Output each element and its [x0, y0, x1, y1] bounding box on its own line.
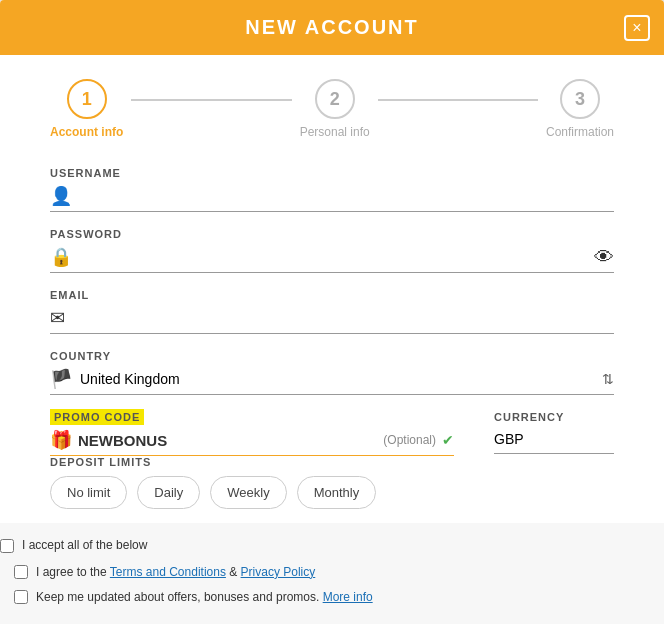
- updates-text: Keep me updated about offers, bonuses an…: [36, 589, 373, 606]
- terms-checkbox[interactable]: [14, 565, 28, 579]
- username-label: USERNAME: [50, 167, 614, 179]
- more-info-link[interactable]: More info: [323, 590, 373, 604]
- lock-icon: 🔒: [50, 246, 72, 268]
- terms-checkbox-row: I agree to the Terms and Conditions & Pr…: [0, 564, 664, 581]
- promo-label: PROMO CODE: [50, 411, 454, 423]
- promo-input-wrapper: 🎁 (Optional) ✔: [50, 429, 454, 456]
- flag-icon: 🏴: [50, 368, 72, 390]
- checkbox-section: I accept all of the below I agree to the…: [0, 523, 664, 624]
- promo-optional-text: (Optional): [383, 433, 436, 447]
- username-input[interactable]: [80, 186, 614, 206]
- accept-all-label: I accept all of the below: [22, 537, 147, 554]
- gift-icon: 🎁: [50, 429, 72, 451]
- weekly-button[interactable]: Weekly: [210, 476, 286, 509]
- updates-checkbox-row: Keep me updated about offers, bonuses an…: [0, 589, 664, 606]
- select-arrows-icon: ⇅: [602, 371, 614, 387]
- modal-header: NEW ACCOUNT ×: [0, 0, 664, 55]
- step-3-label: Confirmation: [546, 125, 614, 139]
- accept-all-checkbox[interactable]: [0, 539, 14, 553]
- currency-label: CURRENCY: [494, 411, 614, 423]
- step-1: 1 Account info: [50, 79, 123, 139]
- stepper: 1 Account info 2 Personal info 3 Confirm…: [50, 79, 614, 139]
- monthly-button[interactable]: Monthly: [297, 476, 377, 509]
- promo-col: PROMO CODE 🎁 (Optional) ✔: [50, 411, 454, 456]
- email-label: EMAIL: [50, 289, 614, 301]
- step-2-circle: 2: [315, 79, 355, 119]
- username-field-group: USERNAME 👤: [50, 167, 614, 212]
- main-checkbox-row: I accept all of the below: [0, 537, 664, 554]
- step-3: 3 Confirmation: [546, 79, 614, 139]
- email-input-wrapper: ✉: [50, 307, 614, 334]
- close-button[interactable]: ×: [624, 15, 650, 41]
- currency-col: CURRENCY: [494, 411, 614, 456]
- promo-currency-row: PROMO CODE 🎁 (Optional) ✔ CURRENCY: [50, 411, 614, 456]
- privacy-link[interactable]: Privacy Policy: [241, 565, 316, 579]
- step-1-label: Account info: [50, 125, 123, 139]
- country-label: COUNTRY: [50, 350, 614, 362]
- no-limit-button[interactable]: No limit: [50, 476, 127, 509]
- email-icon: ✉: [50, 307, 65, 329]
- username-input-wrapper: 👤: [50, 185, 614, 212]
- daily-button[interactable]: Daily: [137, 476, 200, 509]
- password-field-group: PASSWORD 🔒 👁: [50, 228, 614, 273]
- step-3-circle: 3: [560, 79, 600, 119]
- email-input[interactable]: [73, 308, 614, 328]
- step-line-1: [131, 99, 291, 101]
- deposit-limits-label: DEPOSIT LIMITS: [50, 456, 614, 468]
- user-icon: 👤: [50, 185, 72, 207]
- country-select-wrapper: 🏴 United Kingdom United States Germany F…: [50, 368, 614, 395]
- new-account-modal: NEW ACCOUNT × 1 Account info 2 Personal …: [0, 0, 664, 624]
- password-input-wrapper: 🔒 👁: [50, 246, 614, 273]
- email-field-group: EMAIL ✉: [50, 289, 614, 334]
- promo-input[interactable]: [78, 432, 377, 449]
- step-line-2: [378, 99, 538, 101]
- password-label: PASSWORD: [50, 228, 614, 240]
- step-2: 2 Personal info: [300, 79, 370, 139]
- deposit-buttons-group: No limit Daily Weekly Monthly: [50, 476, 614, 509]
- currency-input[interactable]: [494, 429, 664, 449]
- eye-icon[interactable]: 👁: [594, 246, 614, 269]
- modal-title: NEW ACCOUNT: [245, 16, 418, 39]
- promo-check-icon: ✔: [442, 432, 454, 448]
- modal-body: 1 Account info 2 Personal info 3 Confirm…: [0, 55, 664, 509]
- updates-checkbox[interactable]: [14, 590, 28, 604]
- password-input[interactable]: [80, 247, 614, 267]
- country-select[interactable]: United Kingdom United States Germany Fra…: [80, 371, 602, 387]
- step-1-circle: 1: [67, 79, 107, 119]
- deposit-limits-section: DEPOSIT LIMITS No limit Daily Weekly Mon…: [50, 456, 614, 509]
- country-field-group: COUNTRY 🏴 United Kingdom United States G…: [50, 350, 614, 395]
- terms-text: I agree to the Terms and Conditions & Pr…: [36, 564, 315, 581]
- currency-input-wrapper: [494, 429, 614, 454]
- terms-link[interactable]: Terms and Conditions: [110, 565, 226, 579]
- step-2-label: Personal info: [300, 125, 370, 139]
